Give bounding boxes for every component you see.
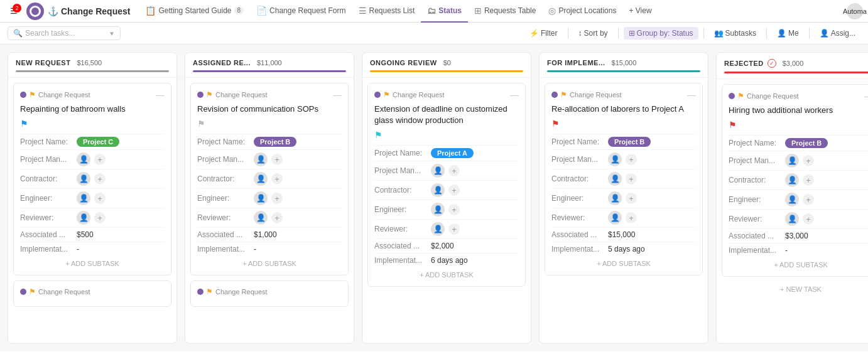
group-button[interactable]: ⊞ Group by: Status [624, 27, 698, 40]
add-person-button[interactable]: + [94, 173, 106, 184]
col-header-assigned: ASSIGNED RE...$11,000 [185, 53, 354, 78]
flag-icon: ⚑ [374, 130, 382, 140]
add-subtask-button[interactable]: + ADD SUBTASK [374, 267, 519, 280]
add-subtask-button[interactable]: + ADD SUBTASK [20, 256, 165, 269]
flag-icon: ⚑ [20, 119, 28, 129]
card-rejected-0[interactable]: ⚑ Change Request — Hiring two additional… [722, 84, 868, 277]
add-person-button[interactable]: + [94, 154, 106, 165]
column-ongoing-review: ONGOING REVIEW$0 ⚑ Change Request — Exte… [362, 52, 531, 344]
priority-icon: ⚑ [383, 90, 390, 99]
add-person-button[interactable]: + [271, 173, 283, 184]
add-person-button[interactable]: + [271, 193, 283, 204]
tab-project-locations[interactable]: ◎ Project Locations [542, 0, 622, 23]
card-new-request-0[interactable]: ⚑ Change Request — Repainting of bathroo… [13, 83, 171, 275]
add-person-button[interactable]: + [94, 193, 106, 204]
add-person-button[interactable]: + [626, 154, 637, 165]
person-avatar: 👤 [77, 152, 90, 166]
tab-requests-table[interactable]: ⊞ Requests Table [468, 0, 543, 23]
tab-view-add[interactable]: + View [622, 0, 658, 23]
add-person-button[interactable]: + [94, 212, 106, 223]
card-dot [197, 92, 203, 98]
assign-button[interactable]: 👤 Assig... [815, 27, 860, 40]
col-title-rejected: REJECTED [724, 60, 764, 67]
new-task-button[interactable]: + NEW TASK [722, 282, 868, 294]
add-person-button[interactable]: + [803, 213, 814, 225]
priority-icon-second: ⚑ [206, 287, 213, 296]
add-person-button[interactable]: + [271, 154, 283, 165]
card-field: Implementat... - [729, 243, 868, 257]
tab-status[interactable]: 🗂 Status [421, 0, 468, 23]
add-person-button[interactable]: + [803, 174, 814, 186]
card-field: Implementat... - [197, 242, 342, 256]
card-dot-second [20, 289, 26, 295]
priority-icon: ⚑ [206, 90, 213, 99]
person-avatar: 👤 [254, 152, 268, 166]
card-dot-second [197, 289, 203, 295]
card-field: Contractor: 👤 + [729, 170, 868, 189]
filter-button[interactable]: ⚡ Filter [524, 27, 563, 40]
field-label: Associated ... [551, 230, 608, 239]
tab-requests-list[interactable]: ☰ Requests List [352, 0, 421, 23]
field-value: 👤 + [77, 152, 106, 166]
add-person-button[interactable]: + [803, 155, 814, 166]
me-button[interactable]: 👤 Me [772, 27, 804, 40]
field-text: $3,000 [785, 232, 808, 240]
hamburger-menu[interactable]: ☰ 2 [5, 3, 23, 20]
field-label: Associated ... [20, 230, 77, 239]
add-subtask-button[interactable]: + ADD SUBTASK [729, 257, 868, 270]
card-for-implementation-0[interactable]: ⚑ Change Request — Re-allocation of labo… [545, 83, 703, 275]
col-header-rejected: REJECTED ✓$3,000 [717, 53, 868, 79]
sort-button[interactable]: ↕ Sort by [573, 27, 613, 40]
add-person-button[interactable]: + [448, 184, 460, 196]
add-subtask-button[interactable]: + ADD SUBTASK [551, 256, 696, 269]
add-person-button[interactable]: + [803, 194, 814, 205]
card-flag: ⚑ [551, 119, 696, 129]
person-avatar: 👤 [608, 152, 622, 166]
tab-getting-started[interactable]: 📋 Getting Started Guide 8 [139, 0, 250, 23]
rejected-check-icon: ✓ [768, 59, 776, 68]
add-subtask-button[interactable]: + ADD SUBTASK [197, 256, 342, 269]
col-amount-for-implementation: $15,000 [612, 59, 637, 67]
divider-2 [618, 28, 619, 39]
card-assigned-second[interactable]: ⚑ Change Request [190, 280, 349, 307]
add-person-button[interactable]: + [448, 204, 460, 215]
filter-icon: ⚡ [529, 29, 539, 38]
field-label: Reviewer: [20, 213, 77, 222]
add-person-button[interactable]: + [626, 173, 637, 184]
nav-tabs: 📋 Getting Started Guide 8 📄 Change Reque… [139, 0, 845, 23]
card-ongoing-review-0[interactable]: ⚑ Change Request — Extension of deadline… [367, 83, 526, 287]
field-label: Contractor: [197, 174, 254, 183]
field-value: 👤 + [254, 172, 283, 186]
person-avatar: 👤 [608, 172, 622, 186]
automa-avatar[interactable]: Automa [847, 3, 863, 19]
person-icon-img: 👤 [433, 205, 443, 214]
add-person-button[interactable]: + [448, 223, 460, 235]
person-avatar: 👤 [431, 222, 445, 236]
field-value: 5 days ago [608, 245, 645, 253]
flag-icon: ⚑ [729, 120, 737, 130]
priority-icon-second: ⚑ [29, 287, 36, 296]
field-label: Contractor: [729, 176, 785, 184]
field-value: 👤 + [431, 183, 460, 197]
subtasks-button[interactable]: 👥 Subtasks [709, 27, 761, 40]
field-label: Project Name: [197, 137, 254, 146]
tab-change-request-form[interactable]: 📄 Change Request Form [250, 0, 352, 23]
search-box[interactable]: 🔍 Search tasks... ▼ [8, 26, 121, 40]
add-person-button[interactable]: + [448, 165, 460, 176]
add-person-button[interactable]: + [626, 193, 637, 204]
person-icon-img: 👤 [788, 195, 797, 204]
card-new-request-second[interactable]: ⚑ Change Request [13, 280, 171, 307]
card-field: Implementat... - [20, 242, 165, 256]
col-header-ongoing-review: ONGOING REVIEW$0 [362, 53, 531, 78]
field-value: 👤 + [254, 191, 283, 205]
add-person-button[interactable]: + [271, 212, 283, 223]
person-icon-img: 👤 [79, 194, 89, 203]
field-label: Project Man... [197, 155, 254, 164]
add-person-button[interactable]: + [626, 212, 637, 223]
card-meta: ⚑ Change Request — [197, 90, 342, 100]
card-assigned-0[interactable]: ⚑ Change Request — Revision of communica… [190, 83, 349, 275]
person-icon-img: 👤 [256, 213, 266, 222]
card-dot [551, 92, 558, 98]
card-menu-icon: — [333, 90, 342, 100]
card-field: Engineer: 👤 + [197, 188, 342, 208]
